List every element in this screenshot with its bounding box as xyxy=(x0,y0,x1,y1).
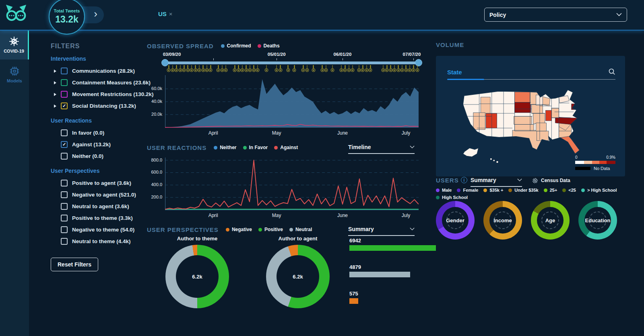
map-state-hi[interactable] xyxy=(490,158,492,160)
timeline-event-marker[interactable] xyxy=(217,65,220,72)
timeline-event-marker[interactable] xyxy=(396,65,400,72)
expand-caret-icon[interactable] xyxy=(54,81,56,84)
filter-checkbox[interactable] xyxy=(61,91,68,98)
filter-checkbox[interactable] xyxy=(61,129,68,136)
users-view-dropdown[interactable]: Summary xyxy=(471,177,522,187)
filter-item-row[interactable]: Neither (0.0) xyxy=(51,150,147,162)
timeline-event-marker[interactable] xyxy=(265,65,268,72)
filter-item-row[interactable]: Negative to theme (54.0) xyxy=(51,224,147,236)
policy-dropdown[interactable]: Policy xyxy=(484,8,627,22)
filter-checkbox[interactable] xyxy=(61,238,68,245)
search-icon[interactable] xyxy=(608,68,615,77)
timeline-event-marker[interactable] xyxy=(357,65,361,72)
filter-checkbox[interactable] xyxy=(61,68,68,74)
filter-item-row[interactable]: Containment Measures (23.6k) xyxy=(51,77,147,88)
timeline-event-marker[interactable] xyxy=(408,65,411,72)
perspectives-view-dropdown[interactable]: Summary xyxy=(348,226,415,236)
expand-caret-icon[interactable] xyxy=(54,93,56,96)
timeline-event-marker[interactable] xyxy=(224,65,228,72)
timeline-event-marker[interactable] xyxy=(320,65,324,72)
timeline-event-marker[interactable] xyxy=(252,65,256,72)
timeline-event-marker[interactable] xyxy=(330,65,334,72)
map-state-hi[interactable] xyxy=(496,161,498,163)
timeline-event-marker[interactable] xyxy=(351,65,355,72)
filter-checkbox[interactable] xyxy=(61,191,68,198)
timeline-event-marker[interactable] xyxy=(275,65,279,72)
timeline-event-marker[interactable] xyxy=(301,65,305,72)
map-state-sd[interactable] xyxy=(515,102,531,113)
filter-checkbox[interactable] xyxy=(61,215,68,221)
timeline-event-marker[interactable] xyxy=(312,65,315,72)
timeline-event-marker[interactable] xyxy=(175,65,178,72)
timeline-event-marker[interactable] xyxy=(220,65,224,72)
timeline-event-marker[interactable] xyxy=(404,65,408,72)
filter-item-row[interactable]: Positive to agent (3.6k) xyxy=(51,177,147,189)
timeline-event-marker[interactable] xyxy=(381,65,385,72)
census-data-toggle[interactable]: Census Data xyxy=(533,178,570,183)
map-state-hi[interactable] xyxy=(493,160,495,162)
timeline-event-marker[interactable] xyxy=(233,65,237,72)
filter-chip-us[interactable]: US× xyxy=(158,10,173,17)
timeline-event-marker[interactable] xyxy=(279,65,282,72)
filter-checkbox[interactable] xyxy=(61,153,68,160)
timeline-event-marker[interactable] xyxy=(178,65,182,72)
filter-item-row[interactable]: In favor (0.0) xyxy=(51,127,147,139)
timeline-event-marker[interactable] xyxy=(365,65,368,72)
timeline-event-marker[interactable] xyxy=(393,65,396,72)
timeline-event-marker[interactable] xyxy=(244,65,248,72)
timeline-event-marker[interactable] xyxy=(186,65,190,72)
timeline-event-marker[interactable] xyxy=(400,65,404,72)
timeline-event-marker[interactable] xyxy=(171,65,174,72)
timeline-event-marker[interactable] xyxy=(385,65,389,72)
map-state-ks[interactable] xyxy=(514,116,532,124)
filter-checkbox[interactable] xyxy=(61,79,68,86)
reset-filters-button[interactable]: Reset Filters xyxy=(51,258,98,271)
timeline-event-marker[interactable] xyxy=(241,65,244,72)
map-state-in[interactable] xyxy=(546,111,552,121)
filter-item-row[interactable]: Communications (28.2k) xyxy=(51,65,147,77)
chip-close-icon[interactable]: × xyxy=(169,10,173,17)
reactions-view-dropdown[interactable]: Timeline xyxy=(348,144,415,154)
timeline-event-marker[interactable] xyxy=(412,65,415,72)
filter-item-row[interactable]: Movement Restrictions (130.2k) xyxy=(51,88,147,100)
timeline-event-marker[interactable] xyxy=(324,65,328,72)
map-state-mo[interactable] xyxy=(533,113,545,124)
map-state-ok[interactable] xyxy=(515,125,534,131)
timeline-event-marker[interactable] xyxy=(339,65,343,72)
sidebar-item-models[interactable]: Models xyxy=(0,59,29,89)
timeline-event-marker[interactable] xyxy=(205,65,208,72)
timeline-event-marker[interactable] xyxy=(209,65,213,72)
info-icon[interactable]: i xyxy=(461,177,467,183)
filter-item-row[interactable]: Negative to agent (521.0) xyxy=(51,189,147,201)
expand-caret-icon[interactable] xyxy=(54,70,56,73)
timeline-event-marker[interactable] xyxy=(237,65,240,72)
sidebar-item-covid19[interactable]: COVID-19 xyxy=(0,30,29,59)
timeline-event-marker[interactable] xyxy=(182,65,186,72)
filter-item-row[interactable]: Positive to theme (3.3k) xyxy=(51,212,147,224)
expand-caret-icon[interactable] xyxy=(54,104,56,108)
alaska-shape[interactable] xyxy=(463,148,479,157)
map-state-oh[interactable] xyxy=(551,108,559,118)
timeline-event-marker[interactable] xyxy=(256,65,259,72)
filter-checkbox[interactable] xyxy=(61,203,68,210)
timeline-event-marker[interactable] xyxy=(293,65,296,72)
timeline-event-marker[interactable] xyxy=(389,65,392,72)
timeline-event-marker[interactable] xyxy=(369,65,372,72)
state-search-input[interactable]: State xyxy=(447,69,462,76)
map-state-ar[interactable] xyxy=(536,123,547,131)
timeline-event-marker[interactable] xyxy=(415,65,419,72)
filter-checkbox[interactable] xyxy=(61,180,68,186)
filter-checkbox[interactable] xyxy=(61,226,68,233)
timeline-event-marker[interactable] xyxy=(361,65,365,72)
map-state-ut[interactable] xyxy=(486,113,497,128)
filter-item-row[interactable]: ✓Social Distancing (13.2k) xyxy=(51,100,147,112)
timeline-event-marker[interactable] xyxy=(286,65,290,72)
timeline-event-marker[interactable] xyxy=(198,65,201,72)
filter-checkbox[interactable]: ✓ xyxy=(61,141,68,148)
timeline-event-marker[interactable] xyxy=(305,65,309,72)
timeline-track[interactable] xyxy=(165,61,419,64)
map-state-nc[interactable] xyxy=(555,117,577,124)
map-state-nd[interactable] xyxy=(515,92,530,102)
filter-item-row[interactable]: Neutral to agent (3.6k) xyxy=(51,201,147,212)
map-state-ia[interactable] xyxy=(532,104,543,113)
